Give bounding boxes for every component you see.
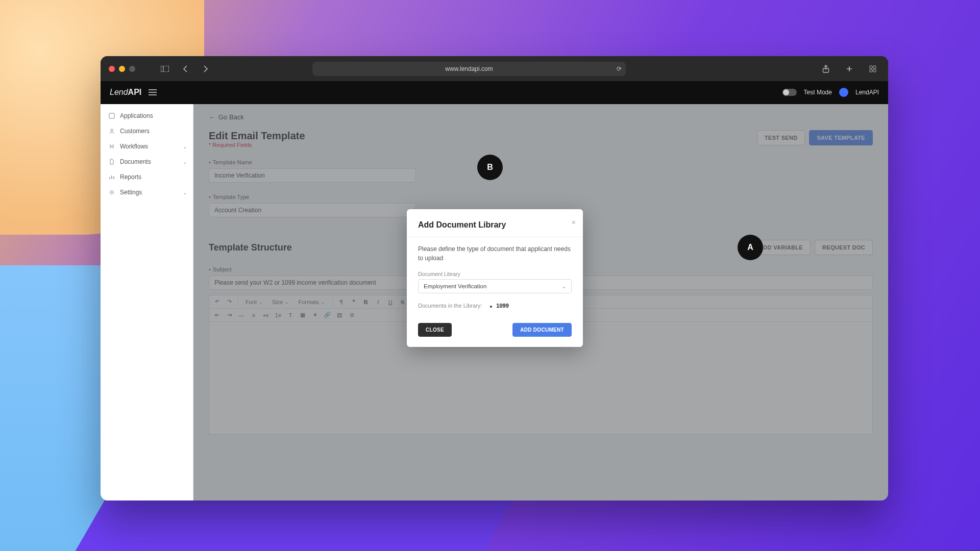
collapse-sidebar-icon[interactable] — [149, 89, 157, 95]
svg-point-9 — [111, 191, 113, 193]
reports-icon — [109, 174, 115, 180]
minimize-window-dot[interactable] — [119, 66, 125, 72]
svg-rect-0 — [161, 66, 169, 72]
svg-rect-5 — [870, 69, 872, 72]
modal-description: Please define the type of document that … — [418, 244, 572, 263]
add-document-modal: Add Document Library × Please define the… — [407, 209, 583, 347]
sidebar-item-workflows[interactable]: Workflows ⌄ — [101, 139, 193, 154]
url-text: www.lendapi.com — [445, 65, 493, 72]
svg-rect-7 — [109, 113, 114, 118]
test-mode-toggle[interactable] — [782, 89, 797, 96]
documents-icon — [109, 159, 115, 165]
chevron-down-icon: ⌄ — [183, 144, 187, 149]
sidebar-item-label: Applications — [120, 112, 153, 119]
annotation-callout-b: B — [477, 155, 503, 180]
url-bar[interactable]: www.lendapi.com ⟳ — [312, 62, 626, 76]
sidebar-toggle-icon[interactable] — [158, 62, 172, 76]
chevron-down-icon: ⌄ — [183, 159, 187, 165]
brand-prefix: Lend — [110, 88, 128, 96]
chevron-down-icon: ⌄ — [561, 283, 566, 290]
customers-icon — [109, 128, 115, 134]
modal-add-document-button[interactable]: ADD DOCUMENT — [512, 323, 572, 337]
close-window-dot[interactable] — [109, 66, 115, 72]
tabs-grid-icon[interactable] — [866, 62, 880, 76]
brand-bold: API — [128, 88, 142, 96]
svg-rect-4 — [873, 66, 876, 68]
bullet-icon — [490, 306, 492, 308]
docs-in-library-label: Documents in the Library: — [418, 303, 482, 309]
applications-icon — [109, 113, 115, 119]
svg-point-8 — [111, 129, 113, 131]
user-label: LendAPI — [855, 89, 879, 96]
browser-window: www.lendapi.com ⟳ LendAPI Test Mode — [101, 56, 888, 500]
brand-logo[interactable]: LendAPI — [110, 88, 157, 97]
sidebar-item-label: Customers — [120, 128, 150, 135]
annotation-callout-a: A — [738, 235, 763, 260]
app-header: LendAPI Test Mode LendAPI — [101, 81, 888, 104]
sidebar-item-label: Settings — [120, 189, 142, 196]
document-library-value: Employment Verification — [424, 283, 486, 289]
chevron-down-icon: ⌄ — [183, 190, 187, 195]
workflows-icon — [109, 143, 115, 149]
sidebar-item-settings[interactable]: Settings ⌄ — [101, 185, 193, 200]
new-tab-icon[interactable] — [842, 62, 856, 76]
document-library-select[interactable]: Employment Verification ⌄ — [418, 279, 572, 293]
browser-titlebar: www.lendapi.com ⟳ — [101, 56, 888, 81]
window-controls — [109, 66, 135, 72]
test-mode-label: Test Mode — [804, 89, 832, 96]
sidebar-item-documents[interactable]: Documents ⌄ — [101, 154, 193, 169]
document-library-label: Document Library — [418, 271, 572, 277]
library-doc-item: 1099 — [496, 303, 508, 309]
gear-icon — [109, 189, 115, 195]
sidebar-item-customers[interactable]: Customers — [101, 123, 193, 139]
sidebar-item-label: Documents — [120, 158, 151, 165]
sidebar-item-reports[interactable]: Reports — [101, 169, 193, 185]
sidebar-item-label: Reports — [120, 173, 141, 181]
svg-rect-6 — [873, 69, 876, 72]
share-icon[interactable] — [819, 62, 833, 76]
reload-icon[interactable]: ⟳ — [617, 65, 622, 72]
nav-back-icon[interactable] — [178, 62, 192, 76]
sidebar: Applications Customers Workflows ⌄ Docum… — [101, 104, 193, 500]
modal-close-button[interactable]: CLOSE — [418, 323, 452, 337]
modal-close-icon[interactable]: × — [572, 218, 576, 227]
nav-forward-icon[interactable] — [199, 62, 213, 76]
sidebar-item-label: Workflows — [120, 143, 148, 150]
sidebar-item-applications[interactable]: Applications — [101, 108, 193, 123]
svg-rect-3 — [870, 66, 872, 68]
maximize-window-dot[interactable] — [129, 66, 135, 72]
modal-title: Add Document Library — [418, 220, 572, 230]
user-avatar-icon[interactable] — [839, 88, 848, 97]
